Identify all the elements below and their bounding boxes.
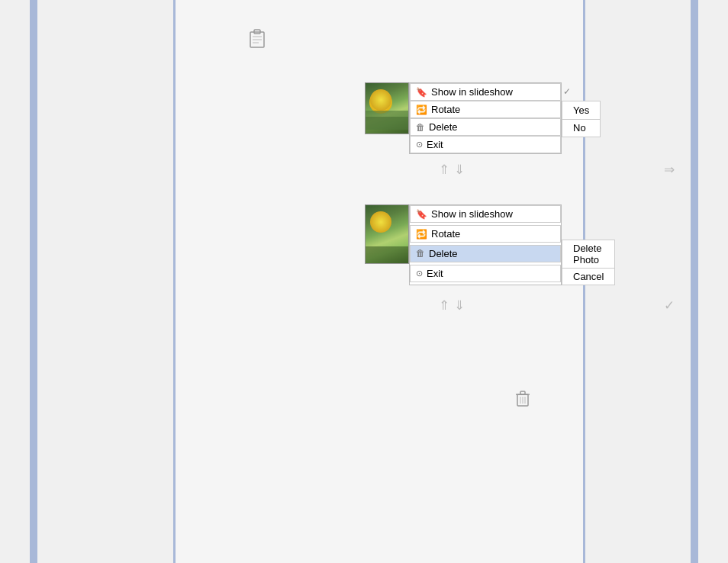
right-panel-blue-stripe [691, 0, 698, 563]
up-arrow-1[interactable]: ⇑ [439, 162, 449, 178]
main-content-area: 🔖 Show in slideshow 🔁 Rotate 🗑 Delete ⊙ [176, 0, 583, 563]
down-arrow-2[interactable]: ⇓ [454, 298, 465, 314]
submenu-delete-photo[interactable]: Delete Photo [562, 240, 615, 269]
menu-item-delete-2[interactable]: 🗑 Delete [410, 245, 562, 265]
photo-thumbnail-1[interactable] [365, 82, 409, 134]
delete-icon-1: 🗑 [416, 122, 425, 133]
left-panel [0, 0, 176, 563]
rotate-icon-1: 🔁 [416, 105, 427, 115]
submenu-options-2: Delete Photo Cancel [562, 240, 615, 285]
clipboard-icon [249, 29, 266, 51]
checkmark-2[interactable]: ✓ [664, 298, 675, 314]
menu-item-rotate-2[interactable]: 🔁 Rotate [410, 225, 562, 245]
menu-item-exit-1[interactable]: ⊙ Exit [410, 136, 562, 154]
submenu-no[interactable]: No [562, 119, 601, 137]
menu-item-rotate-1[interactable]: 🔁 Rotate [410, 101, 562, 118]
menu-item-slideshow-2[interactable]: 🔖 Show in slideshow [410, 205, 562, 226]
down-arrow-1[interactable]: ⇓ [454, 162, 465, 178]
menu-item-slideshow-1[interactable]: 🔖 Show in slideshow [410, 83, 562, 101]
trash-icon-bottom[interactable] [516, 391, 530, 410]
submenu-options-1: Yes No [562, 101, 601, 137]
rotate-icon-2: 🔁 [416, 229, 427, 240]
menu-item-delete-1[interactable]: 🗑 Delete [410, 118, 562, 136]
submenu-2: Delete Photo Cancel [562, 240, 615, 285]
left-panel-blue-stripe [30, 0, 37, 563]
menu-widget-1: 🔖 Show in slideshow 🔁 Rotate 🗑 Delete ⊙ [365, 82, 601, 154]
nav-arrows-2: ⇑ ⇓ ✓ [439, 298, 465, 314]
right-arrow-1[interactable]: ⇒ [664, 162, 675, 178]
exit-icon-2: ⊙ [416, 269, 423, 278]
context-menu-1: 🔖 Show in slideshow 🔁 Rotate 🗑 Delete ⊙ [409, 82, 562, 154]
photo-thumbnail-2[interactable] [365, 204, 409, 264]
svg-rect-7 [520, 391, 525, 394]
slideshow-icon-2: 🔖 [416, 209, 427, 220]
exit-icon-1: ⊙ [416, 140, 423, 150]
up-arrow-2[interactable]: ⇑ [439, 298, 449, 314]
submenu-yes[interactable]: Yes [562, 101, 601, 120]
menu-widget-2: 🔖 Show in slideshow 🔁 Rotate 🗑 Delete ⊙ [365, 204, 615, 285]
nav-arrows-1: ⇑ ⇓ ⇒ [439, 162, 607, 178]
submenu-arrow-1: ✓ [563, 86, 571, 97]
submenu-cancel[interactable]: Cancel [562, 269, 615, 285]
submenu-1: ✓ Yes No [562, 82, 601, 154]
menu-item-exit-2[interactable]: ⊙ Exit [410, 265, 562, 285]
delete-icon-2: 🗑 [416, 248, 425, 259]
slideshow-icon-1: 🔖 [416, 87, 427, 98]
context-menu-2: 🔖 Show in slideshow 🔁 Rotate 🗑 Delete ⊙ [409, 204, 562, 285]
